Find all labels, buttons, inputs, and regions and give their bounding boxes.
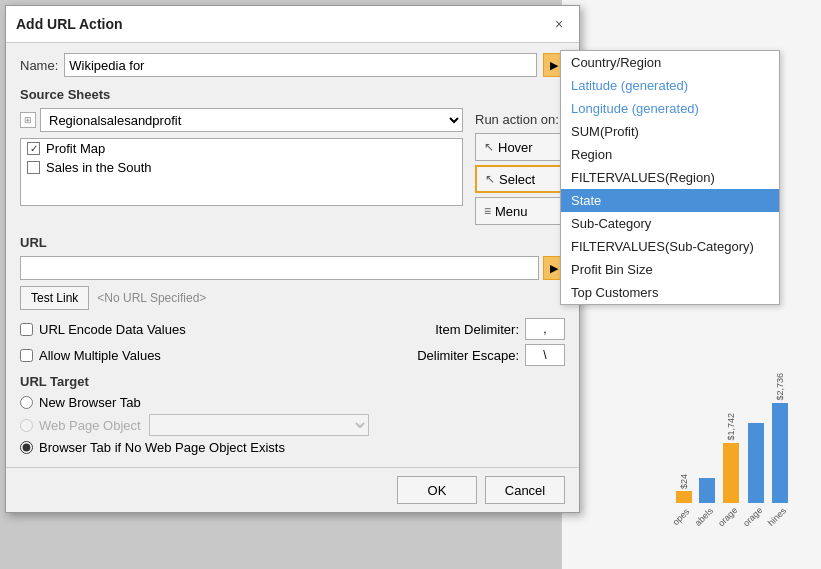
- bar-rect-5: [772, 403, 788, 503]
- sales-south-checkbox[interactable]: [27, 161, 40, 174]
- select-icon: ↖: [485, 172, 495, 186]
- encode-checkbox[interactable]: [20, 323, 33, 336]
- dropdown-item-longitude[interactable]: Longitude (generated): [561, 97, 779, 120]
- profit-map-checkbox[interactable]: ✓: [27, 142, 40, 155]
- web-page-text: Web Page Object: [39, 418, 141, 433]
- encode-checkbox-label[interactable]: URL Encode Data Values: [20, 322, 186, 337]
- chart-bar: $24 opes: [674, 474, 694, 519]
- sheet-icon: ⊞: [20, 112, 36, 128]
- dialog-title-bar: Add URL Action ×: [6, 6, 579, 43]
- dropdown-item-state[interactable]: State: [561, 189, 779, 212]
- url-insert-icon: ▶: [550, 262, 558, 275]
- menu-button[interactable]: ≡ Menu: [475, 197, 565, 225]
- sheet-item-label: Profit Map: [46, 141, 105, 156]
- bar-rect-1: [676, 491, 692, 503]
- name-input[interactable]: [64, 53, 537, 77]
- web-page-row: Web Page Object: [20, 414, 565, 436]
- hover-label: Hover: [498, 140, 533, 155]
- chart-bar: orage: [744, 421, 767, 519]
- dropdown-item-region[interactable]: Region: [561, 143, 779, 166]
- web-page-label[interactable]: Web Page Object: [20, 418, 141, 433]
- multiple-checkbox-label[interactable]: Allow Multiple Values: [20, 348, 161, 363]
- chart-bars-container: $24 opes abels $1,742 orage orage $2,736…: [674, 373, 791, 519]
- name-label: Name:: [20, 58, 58, 73]
- dropdown-item-sum-profit[interactable]: SUM(Profit): [561, 120, 779, 143]
- multiple-label: Allow Multiple Values: [39, 348, 161, 363]
- encode-label: URL Encode Data Values: [39, 322, 186, 337]
- dialog-footer: OK Cancel: [6, 467, 579, 512]
- dialog-body: Name: ▶ Source Sheets ⊞ Regionalsalesand…: [6, 43, 579, 467]
- url-section-label: URL: [20, 235, 565, 250]
- browser-tab-radio[interactable]: [20, 441, 33, 454]
- url-input[interactable]: [20, 256, 539, 280]
- hover-icon: ↖: [484, 140, 494, 154]
- item-delimiter-label: Item Delimiter:: [435, 322, 519, 337]
- chart-bar: $1,742 orage: [719, 413, 742, 519]
- new-tab-radio[interactable]: [20, 396, 33, 409]
- add-url-action-dialog: Add URL Action × Name: ▶ Source Sheets ⊞…: [5, 5, 580, 513]
- dropdown-item-top-customers[interactable]: Top Customers: [561, 281, 779, 304]
- encode-row: URL Encode Data Values Item Delimiter:: [20, 318, 565, 340]
- multiple-checkbox[interactable]: [20, 349, 33, 362]
- delimiter-escape-input[interactable]: [525, 344, 565, 366]
- bar-value-1: $24: [679, 474, 689, 489]
- dropdown-item-profit-bin[interactable]: Profit Bin Size: [561, 258, 779, 281]
- bar-value-3: $1,742: [726, 413, 736, 441]
- dialog-title: Add URL Action: [16, 16, 123, 32]
- dropdown-item-filtervalues-region[interactable]: FILTERVALUES(Region): [561, 166, 779, 189]
- item-delimiter-area: Item Delimiter:: [435, 318, 565, 340]
- delimiter-escape-label: Delimiter Escape:: [417, 348, 519, 363]
- url-target-section: URL Target New Browser Tab Web Page Obje…: [20, 374, 565, 455]
- sheet-select[interactable]: Regionalsalesandprofit: [40, 108, 463, 132]
- chart-bar: abels: [696, 476, 718, 519]
- url-section: URL ▶ Test Link <No URL Specified>: [20, 235, 565, 310]
- sheet-dropdown-row: ⊞ Regionalsalesandprofit: [20, 108, 463, 132]
- sheet-item-label: Sales in the South: [46, 160, 152, 175]
- browser-tab-label[interactable]: Browser Tab if No Web Page Object Exists: [20, 440, 565, 455]
- source-sheets-area: ⊞ Regionalsalesandprofit ✓ Profit Map Sa…: [20, 108, 565, 225]
- list-item[interactable]: ✓ Profit Map: [21, 139, 462, 158]
- web-page-select[interactable]: [149, 414, 369, 436]
- ok-button[interactable]: OK: [397, 476, 477, 504]
- select-button[interactable]: ↖ Select: [475, 165, 565, 193]
- source-right: Run action on: ↖ Hover ↖ Select ≡ Menu: [475, 108, 565, 225]
- bar-rect-4: [748, 423, 764, 503]
- radio-group: New Browser Tab Web Page Object Browser …: [20, 395, 565, 455]
- dropdown-item-filtervalues-sub[interactable]: FILTERVALUES(Sub-Category): [561, 235, 779, 258]
- new-tab-label[interactable]: New Browser Tab: [20, 395, 565, 410]
- hover-button[interactable]: ↖ Hover: [475, 133, 565, 161]
- bar-rect-3: [723, 443, 739, 503]
- browser-tab-text: Browser Tab if No Web Page Object Exists: [39, 440, 285, 455]
- list-item[interactable]: Sales in the South: [21, 158, 462, 177]
- menu-label: Menu: [495, 204, 528, 219]
- no-url-text: <No URL Specified>: [97, 291, 206, 305]
- test-link-row: Test Link <No URL Specified>: [20, 286, 565, 310]
- insert-icon: ▶: [550, 59, 558, 72]
- dropdown-item-latitude[interactable]: Latitude (generated): [561, 74, 779, 97]
- test-link-button[interactable]: Test Link: [20, 286, 89, 310]
- run-action-label: Run action on:: [475, 112, 565, 127]
- source-left: ⊞ Regionalsalesandprofit ✓ Profit Map Sa…: [20, 108, 463, 225]
- cancel-button[interactable]: Cancel: [485, 476, 565, 504]
- bar-value-5: $2,736: [775, 373, 785, 401]
- item-delimiter-input[interactable]: [525, 318, 565, 340]
- new-tab-text: New Browser Tab: [39, 395, 141, 410]
- select-label: Select: [499, 172, 535, 187]
- bar-rect-2: [699, 478, 715, 503]
- source-sheets-label: Source Sheets: [20, 87, 565, 102]
- menu-icon: ≡: [484, 204, 491, 218]
- dropdown-item-sub-category[interactable]: Sub-Category: [561, 212, 779, 235]
- name-row: Name: ▶: [20, 53, 565, 77]
- chart-bar: $2,736 hines: [769, 373, 791, 519]
- delimiter-escape-area: Delimiter Escape:: [417, 344, 565, 366]
- web-page-radio[interactable]: [20, 419, 33, 432]
- field-dropdown-popup: Country/Region Latitude (generated) Long…: [560, 50, 780, 305]
- close-button[interactable]: ×: [549, 14, 569, 34]
- url-target-label: URL Target: [20, 374, 565, 389]
- sheets-list: ✓ Profit Map Sales in the South: [20, 138, 463, 206]
- multiple-row: Allow Multiple Values Delimiter Escape:: [20, 344, 565, 366]
- dropdown-item-country[interactable]: Country/Region: [561, 51, 779, 74]
- url-row: ▶: [20, 256, 565, 280]
